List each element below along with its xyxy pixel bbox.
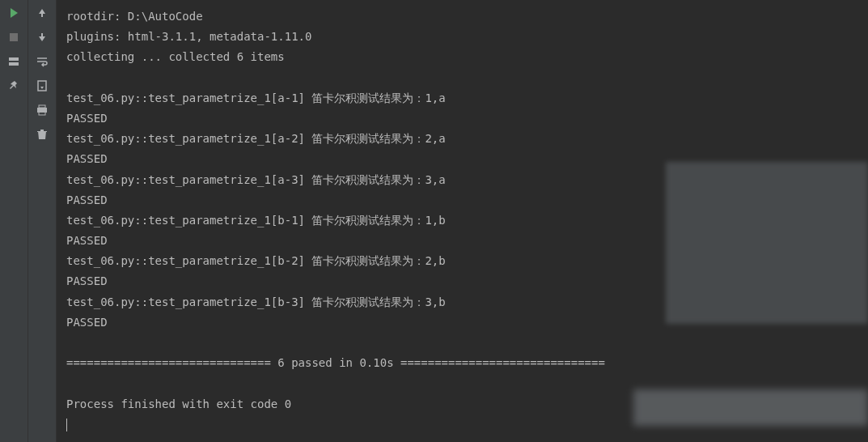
watermark-block [666,162,868,324]
stop-icon [7,31,20,44]
svg-rect-4 [39,105,45,108]
test-line: test_06.py::test_parametrize_1[a-2] 笛卡尔积… [66,129,858,149]
stop-button[interactable] [5,28,23,46]
svg-rect-0 [10,33,18,41]
up-arrow-icon [36,6,49,19]
down-button[interactable] [33,28,51,46]
wrap-icon [36,55,49,68]
up-button[interactable] [33,4,51,22]
text-cursor [66,419,67,431]
rootdir-line: rootdir: D:\AutoCode [66,6,858,27]
run-icon [7,6,20,19]
blank-line [66,333,858,353]
watermark-strip [633,389,868,426]
trash-icon [36,128,49,141]
clear-button[interactable] [33,125,51,143]
test-line: test_06.py::test_parametrize_1[a-1] 笛卡尔积… [66,88,858,108]
passed-line: PASSED [66,108,858,129]
soft-wrap-button[interactable] [33,53,51,70]
down-arrow-icon [36,31,49,44]
print-icon [36,104,49,117]
scroll-end-button[interactable] [33,77,51,95]
print-button[interactable] [33,101,51,119]
svg-rect-1 [9,57,19,61]
layout-button[interactable] [5,53,23,70]
export-icon [36,79,49,92]
run-toolbar [0,0,28,442]
layout-icon [7,55,20,68]
pin-icon [7,79,20,92]
plugins-line: plugins: html-3.1.1, metadata-1.11.0 [66,27,858,47]
collecting-line: collecting ... collected 6 items [66,47,858,67]
summary-line: ============================== 6 passed … [66,353,858,373]
svg-rect-3 [38,81,46,91]
svg-rect-2 [9,62,19,66]
blank-line [66,68,858,88]
run-button[interactable] [5,4,23,22]
output-toolbar [28,0,57,442]
console-output[interactable]: rootdir: D:\AutoCode plugins: html-3.1.1… [57,0,868,442]
pin-button[interactable] [5,77,23,95]
